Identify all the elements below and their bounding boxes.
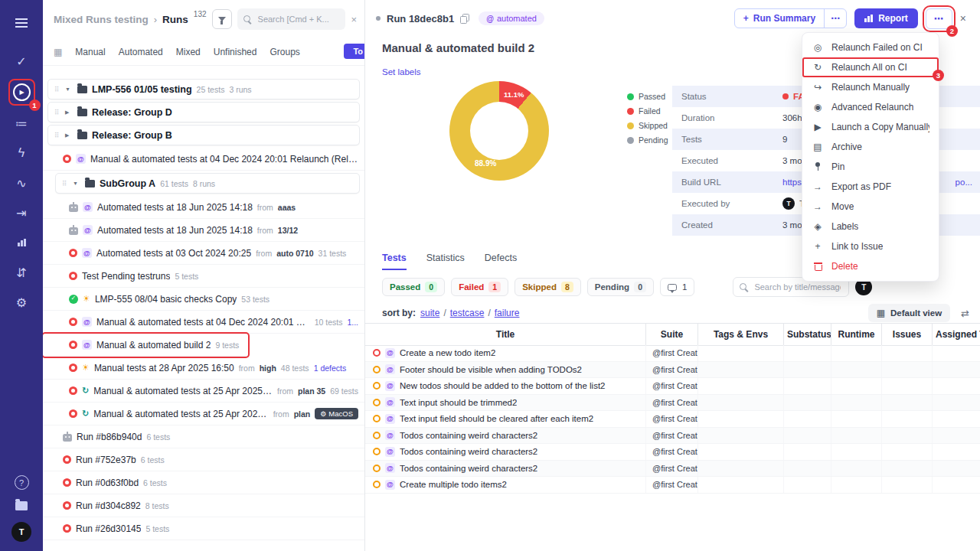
- sidebar-item-analytics[interactable]: [11, 232, 32, 253]
- column-header[interactable]: Title: [365, 324, 645, 345]
- test-row[interactable]: Todos containing weird characters2 @firs…: [365, 444, 980, 461]
- run-list-item[interactable]: Release: Group D: [47, 102, 360, 122]
- menu-item[interactable]: ↪ Relaunch Manually: [802, 77, 939, 97]
- drag-handle-icon[interactable]: [62, 180, 68, 187]
- run-list-item[interactable]: Automated tests at 18 Jun 2025 14:18 fro…: [43, 219, 364, 242]
- set-labels-link[interactable]: Set labels: [382, 67, 421, 77]
- projects-icon[interactable]: [15, 501, 28, 510]
- run-list-item[interactable]: Manual & automated tests at 25 Apr 2025 …: [43, 403, 364, 425]
- more-actions-button[interactable]: ⋯2: [926, 8, 952, 29]
- help-button[interactable]: ?: [15, 475, 29, 490]
- sidebar-item-automation[interactable]: ϟ: [11, 142, 32, 164]
- menu-item[interactable]: ◉ Advanced Relaunch: [802, 97, 939, 117]
- run-list-item[interactable]: Manual & automated tests at 04 Dec 2024 …: [43, 148, 364, 171]
- sort-link[interactable]: failure: [495, 308, 520, 318]
- status-filter-pill[interactable]: Skipped 8: [514, 278, 581, 296]
- run-list-item[interactable]: Run #b86b940d 6 tests: [43, 425, 364, 448]
- filter-tab[interactable]: Automated: [119, 47, 163, 57]
- detail-tab[interactable]: Defects: [485, 253, 517, 270]
- column-header[interactable]: Runtime: [831, 324, 881, 345]
- run-list-item[interactable]: Test Pending testruns 5 tests: [43, 265, 364, 288]
- filter-tab[interactable]: Manual: [75, 47, 105, 57]
- automated-badge[interactable]: @ automated: [479, 11, 544, 25]
- run-list-item[interactable]: Run #752e37b 6 tests: [43, 448, 364, 471]
- run-summary-more-button[interactable]: ⋯: [824, 9, 846, 28]
- chevron-icon[interactable]: [73, 181, 80, 186]
- menu-item[interactable]: ◈ Labels: [802, 217, 939, 236]
- detail-tab[interactable]: Statistics: [426, 253, 465, 270]
- run-list-item[interactable]: Run #26d30145 5 tests: [43, 517, 364, 540]
- close-run-icon[interactable]: ×: [960, 12, 966, 24]
- status-filter-pill[interactable]: Failed 1: [451, 278, 508, 296]
- user-avatar[interactable]: T: [11, 522, 31, 542]
- test-row[interactable]: Create multiple todo items2 @first Creat…: [365, 477, 980, 494]
- default-view-button[interactable]: ▦ Default view: [868, 304, 950, 322]
- menu-item[interactable]: Pin: [802, 157, 939, 177]
- run-list-item[interactable]: SubGroup A 61 tests 8 runs: [55, 173, 360, 194]
- test-row[interactable]: New todos should be added to the bottom …: [365, 378, 980, 395]
- filter-tab[interactable]: Mixed: [176, 47, 201, 57]
- menu-item[interactable]: ▤ Archive: [802, 137, 939, 157]
- test-row[interactable]: Todos containing weird characters2 @firs…: [365, 461, 980, 478]
- run-list-item[interactable]: LMP-555 08/04 basic checks Copy 53 tests: [43, 288, 364, 311]
- column-header[interactable]: Substatus: [783, 324, 831, 345]
- menu-item[interactable]: Delete: [802, 256, 939, 276]
- column-header[interactable]: Issues: [881, 324, 932, 345]
- sidebar-item-branches[interactable]: ⇵: [11, 262, 32, 283]
- sidebar-item-import[interactable]: ⇥: [11, 202, 32, 223]
- report-button[interactable]: Report: [854, 8, 918, 28]
- run-list-item[interactable]: Run #0d63f0bd 6 tests: [43, 471, 364, 494]
- sort-link[interactable]: testcase: [450, 308, 485, 318]
- sort-link[interactable]: suite: [420, 308, 439, 318]
- test-row[interactable]: Create a new todo item2 @first Create ..…: [365, 345, 980, 362]
- menu-icon[interactable]: [11, 12, 32, 34]
- run-list-item[interactable]: Run #d304c892 8 tests: [43, 494, 364, 517]
- tests-search-input[interactable]: [753, 282, 842, 292]
- menu-item[interactable]: → Move: [802, 197, 939, 217]
- menu-item[interactable]: ↻ Relaunch All on CI: [802, 57, 939, 77]
- filter-tab[interactable]: Unfinished: [214, 47, 257, 57]
- chevron-icon[interactable]: [65, 109, 73, 116]
- chevron-icon[interactable]: [65, 132, 73, 139]
- filter-button[interactable]: [212, 9, 232, 29]
- test-row[interactable]: Text input field should be cleared after…: [365, 411, 980, 428]
- test-row[interactable]: Footer should be visible when adding TOD…: [365, 362, 980, 379]
- sidebar-item-runs[interactable]: 1: [10, 80, 34, 104]
- sidebar-item-settings[interactable]: ⚙: [11, 292, 32, 313]
- drag-handle-icon[interactable]: [54, 109, 60, 116]
- run-list-item[interactable]: Automated tests at 18 Jun 2025 14:18 fro…: [43, 196, 364, 219]
- column-header[interactable]: Suite: [645, 324, 697, 345]
- search-input[interactable]: [256, 14, 340, 24]
- column-header[interactable]: Tags & Envs: [697, 324, 783, 345]
- close-panel-icon[interactable]: ×: [351, 14, 357, 25]
- run-list-item[interactable]: Manual tests at 28 Apr 2025 16:50 from h…: [43, 357, 364, 380]
- run-list-item[interactable]: Manual & automated tests at 04 Dec 2024 …: [43, 311, 364, 334]
- menu-item[interactable]: → Export as PDF: [802, 177, 939, 197]
- detail-tab[interactable]: Tests: [382, 253, 407, 270]
- column-header[interactable]: Assigned To: [932, 324, 980, 345]
- filter-tab[interactable]: Groups: [270, 47, 299, 57]
- run-list-item[interactable]: Automated tests at 03 Oct 2024 20:25 fro…: [43, 242, 364, 265]
- status-filter-pill[interactable]: Passed 0: [382, 278, 445, 296]
- test-row[interactable]: Text input should be trimmed2 @first Cre…: [365, 395, 980, 412]
- sidebar-item-results[interactable]: ✓: [11, 51, 32, 72]
- status-filter-pill[interactable]: Pending 0: [587, 278, 654, 296]
- run-list-item[interactable]: Manual & automated tests at 25 Apr 2025 …: [43, 380, 364, 403]
- menu-item[interactable]: + Link to Issue: [802, 236, 939, 256]
- columns-settings-icon[interactable]: ⇄: [961, 308, 969, 319]
- filter-tab-overflow[interactable]: To: [344, 44, 365, 59]
- run-list-item[interactable]: Release: Group B: [47, 125, 360, 145]
- breadcrumb-parent[interactable]: Mixed Runs testing: [54, 14, 149, 25]
- copy-icon[interactable]: [460, 14, 469, 24]
- comments-filter[interactable]: 1: [660, 278, 694, 296]
- view-grid-icon[interactable]: ▦: [54, 47, 62, 57]
- drag-handle-icon[interactable]: [54, 86, 60, 93]
- test-row[interactable]: Todos containing weird characters2 @firs…: [365, 428, 980, 445]
- drag-handle-icon[interactable]: [54, 132, 60, 139]
- run-summary-main[interactable]: + Run Summary: [735, 9, 824, 28]
- menu-item[interactable]: ▶ Launch a Copy Manually: [802, 117, 939, 137]
- sidebar-item-activity[interactable]: ∿: [11, 172, 32, 194]
- sidebar-item-plans[interactable]: ≔: [11, 112, 32, 134]
- run-summary-button[interactable]: + Run Summary ⋯: [734, 8, 847, 28]
- chevron-icon[interactable]: [65, 86, 73, 92]
